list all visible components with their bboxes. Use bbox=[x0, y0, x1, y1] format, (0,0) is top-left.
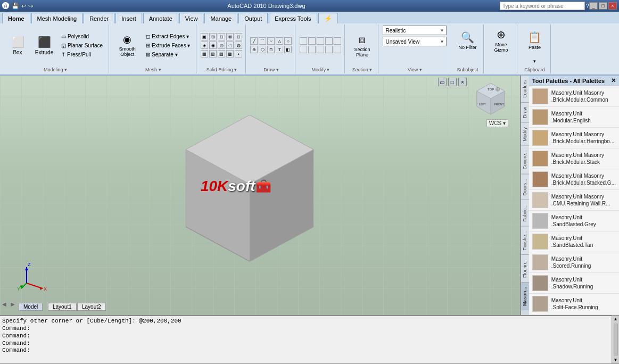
se-btn-5[interactable]: ⊡ bbox=[235, 33, 242, 40]
no-filter-button[interactable]: 🔍 No Filter bbox=[455, 26, 480, 55]
palette-item-10[interactable]: Masonry.Unit.Shadow.Running bbox=[529, 273, 619, 294]
viewport-restore[interactable]: ▭ bbox=[438, 78, 447, 86]
side-tab-draw[interactable]: Draw bbox=[521, 102, 529, 122]
palette-item-1[interactable]: Masonry.Unit Masonry.Brick.Modular.Commo… bbox=[529, 86, 619, 107]
side-tab-concrete[interactable]: Concre... bbox=[521, 145, 529, 174]
palette-item-3[interactable]: Masonry.Unit Masonry.Brick.Modular.Herri… bbox=[529, 128, 619, 148]
mod-btn-5[interactable] bbox=[334, 37, 341, 45]
draw-btn-2[interactable]: ⌒ bbox=[259, 37, 266, 45]
palette-item-9[interactable]: Masonry.Unit.Scored.Running bbox=[529, 252, 619, 273]
side-tab-leaders[interactable]: Leaders bbox=[521, 76, 529, 102]
view-name-dropdown[interactable]: Unsaved View ▼ bbox=[383, 37, 447, 46]
section-plane-button[interactable]: ⧈ SectionPlane bbox=[349, 30, 375, 60]
mod-btn-3[interactable] bbox=[317, 37, 324, 45]
planar-surface-button[interactable]: ◱ Planar Surface bbox=[59, 42, 105, 49]
close-button[interactable]: × bbox=[608, 2, 617, 10]
mod-btn-2[interactable] bbox=[308, 37, 316, 45]
se-btn-7[interactable]: ◉ bbox=[209, 42, 217, 49]
tab-render[interactable]: Render bbox=[84, 13, 114, 23]
visual-style-dropdown[interactable]: Realistic ▼ bbox=[383, 26, 447, 35]
tab-annotate[interactable]: Annotate bbox=[143, 13, 178, 23]
mod-btn-1[interactable] bbox=[300, 37, 307, 45]
se-btn-9[interactable]: ◌ bbox=[226, 42, 234, 49]
smooth-object-button[interactable]: ◉ SmoothObject bbox=[113, 30, 141, 61]
mod-btn-7[interactable] bbox=[308, 46, 316, 53]
palette-item-4[interactable]: Masonry.Unit Masonry.Brick.Modular.Stack bbox=[529, 148, 619, 169]
tab-layout2[interactable]: Layout2 bbox=[77, 303, 106, 311]
se-btn-14[interactable]: ▩ bbox=[226, 50, 234, 57]
se-btn-15[interactable]: ▪ bbox=[235, 50, 242, 57]
se-btn-6[interactable]: ◈ bbox=[201, 42, 208, 49]
draw-btn-10[interactable]: ◧ bbox=[284, 46, 292, 53]
se-btn-8[interactable]: ◎ bbox=[218, 42, 225, 49]
draw-btn-4[interactable]: △ bbox=[276, 37, 283, 45]
palette-item-6[interactable]: Masonry.Unit Masonry.CMU.Retaining Wall.… bbox=[529, 190, 619, 211]
se-btn-3[interactable]: ⊟ bbox=[218, 33, 225, 40]
palette-item-8[interactable]: Masonry.Unit.SandBlasted.Tan bbox=[529, 231, 619, 252]
se-btn-1[interactable]: ▣ bbox=[201, 33, 208, 40]
viewport-maximize[interactable]: □ bbox=[448, 78, 457, 86]
draw-btn-3[interactable]: ⌣ bbox=[267, 37, 275, 45]
tab-mesh-modeling[interactable]: Mesh Modeling bbox=[31, 13, 83, 23]
quick-access-undo[interactable]: ↩ bbox=[21, 3, 26, 10]
move-gizmo-button[interactable]: ⊕ Move Gizmo bbox=[488, 26, 514, 55]
tab-manage[interactable]: Manage bbox=[204, 13, 237, 23]
mod-btn-8[interactable] bbox=[317, 46, 324, 53]
nav-cube[interactable]: TOP LEFT FRONT bbox=[472, 81, 509, 118]
mod-btn-9[interactable] bbox=[325, 46, 333, 53]
se-btn-13[interactable]: ▨ bbox=[218, 50, 225, 57]
palette-item-12[interactable]: Masonry.UnitMasonry.Glass Bl... bbox=[529, 315, 619, 315]
side-tab-masonry[interactable]: Mason... bbox=[521, 282, 529, 310]
viewport-scroll-left[interactable]: ◀ bbox=[2, 301, 6, 307]
se-btn-10[interactable]: ◍ bbox=[235, 42, 242, 49]
tool-palettes-menu[interactable]: ✕ bbox=[611, 77, 616, 84]
maximize-button[interactable]: □ bbox=[599, 2, 607, 10]
draw-btn-1[interactable]: ╱ bbox=[250, 37, 258, 45]
se-btn-12[interactable]: ▧ bbox=[209, 50, 217, 57]
mod-btn-4[interactable] bbox=[325, 37, 333, 45]
side-tab-fabric[interactable]: Fabric... bbox=[521, 200, 529, 226]
extrude-faces-button[interactable]: ⊞ Extrude Faces ▾ bbox=[143, 42, 193, 49]
draw-btn-8[interactable]: ⊓ bbox=[267, 46, 275, 53]
tab-express-tools[interactable]: Express Tools bbox=[269, 13, 317, 23]
minimize-button[interactable]: _ bbox=[589, 2, 598, 10]
paste-button[interactable]: 📋 Paste bbox=[522, 26, 547, 55]
quick-access-save[interactable]: 💾 bbox=[12, 3, 19, 10]
viewport-scroll-right[interactable]: ▶ bbox=[11, 301, 15, 307]
tab-insert[interactable]: Insert bbox=[115, 13, 142, 23]
polysolid-button[interactable]: ▭ Polysolid bbox=[59, 32, 105, 40]
se-btn-2[interactable]: ⊞ bbox=[209, 33, 217, 40]
se-btn-11[interactable]: ▦ bbox=[201, 50, 208, 57]
cmd-scroll-up[interactable]: ▲ bbox=[613, 316, 619, 322]
tab-view[interactable]: View bbox=[179, 13, 204, 23]
draw-btn-9[interactable]: T bbox=[276, 46, 283, 53]
tab-layout1[interactable]: Layout1 bbox=[48, 303, 77, 311]
se-btn-4[interactable]: ⊠ bbox=[226, 33, 234, 40]
tab-model[interactable]: Model bbox=[19, 303, 43, 311]
box-button[interactable]: ⬜ Box bbox=[5, 30, 30, 61]
draw-btn-6[interactable]: ⊕ bbox=[250, 46, 258, 53]
viewport[interactable]: TOP LEFT FRONT WCS ▾ ▭ □ × bbox=[0, 76, 521, 315]
cmd-scrollbar[interactable]: ▲ ▼ bbox=[612, 316, 619, 363]
paste-options[interactable]: ▾ bbox=[531, 57, 539, 65]
extract-edges-button[interactable]: ◻ Extract Edges ▾ bbox=[143, 32, 193, 40]
side-tab-modify[interactable]: Modify bbox=[521, 122, 529, 146]
cmd-scroll-down[interactable]: ▼ bbox=[613, 357, 619, 363]
tab-output[interactable]: Output bbox=[238, 13, 268, 23]
side-tab-doors[interactable]: Doors... bbox=[521, 174, 529, 200]
draw-btn-5[interactable]: ○ bbox=[284, 37, 292, 45]
wcs-label[interactable]: WCS ▾ bbox=[486, 119, 508, 127]
mod-btn-10[interactable] bbox=[334, 46, 341, 53]
palette-item-7[interactable]: Masonry.Unit.SandBlasted.Grey bbox=[529, 211, 619, 231]
draw-btn-7[interactable]: ⬡ bbox=[259, 46, 266, 53]
viewport-close[interactable]: × bbox=[458, 78, 467, 86]
tab-home[interactable]: Home bbox=[2, 13, 30, 23]
extrude-button[interactable]: ⬛ Extrude bbox=[32, 30, 56, 61]
palette-item-5[interactable]: Masonry.Unit Masonry.Brick.Modular.Stack… bbox=[529, 169, 619, 190]
mod-btn-6[interactable] bbox=[300, 46, 307, 53]
palette-item-11[interactable]: Masonry.Unit.Split-Face.Running bbox=[529, 294, 619, 315]
side-tab-flooring[interactable]: Floorin... bbox=[521, 254, 529, 282]
tab-extra[interactable]: ⚡ bbox=[318, 13, 338, 23]
side-tab-finishes[interactable]: Finishe... bbox=[521, 226, 529, 255]
press-pull-button[interactable]: ⤒ Press/Pull bbox=[59, 51, 105, 59]
